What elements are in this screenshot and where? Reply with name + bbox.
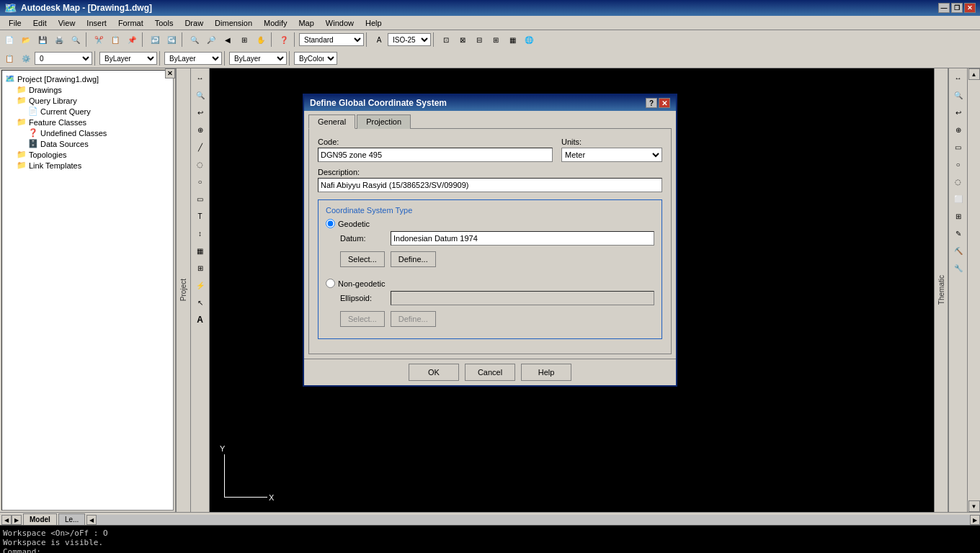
pan-btn[interactable]: ✋ (253, 32, 269, 48)
layer-combo[interactable]: 0 (35, 52, 92, 65)
layer-mgr-btn[interactable]: 📋 (1, 50, 17, 66)
tb-extra-1[interactable]: ⊡ (438, 32, 454, 48)
menu-insert[interactable]: Insert (81, 17, 112, 29)
cut-btn[interactable]: ✂️ (91, 32, 107, 48)
rtb-4[interactable]: ⊕ (950, 122, 966, 138)
redo-btn[interactable]: ↪️ (164, 32, 179, 48)
tb-btn-extra1[interactable]: A (371, 32, 387, 48)
desc-input[interactable] (318, 178, 662, 192)
tree-data-sources[interactable]: 🗄️ Data Sources (5, 138, 170, 149)
ellipsoid-input[interactable] (391, 291, 654, 305)
vtb-hatch[interactable]: ▦ (192, 243, 208, 258)
restore-button[interactable]: ❐ (951, 3, 963, 13)
plot-btn[interactable]: 🖨️ (51, 32, 67, 48)
rtb-9[interactable]: ⊞ (950, 208, 966, 224)
linetype-combo[interactable]: ByLayer (164, 52, 222, 65)
geodetic-select-btn[interactable]: Select... (340, 251, 385, 267)
tree-drawings[interactable]: 📁 Drawings (5, 84, 170, 95)
geodetic-radio[interactable] (326, 219, 335, 228)
menu-modify[interactable]: Modify (258, 17, 293, 29)
layer-props-btn[interactable]: ⚙️ (18, 50, 34, 66)
tab-scroll-left[interactable]: ◀ (1, 515, 12, 525)
save-btn[interactable]: 💾 (35, 32, 50, 48)
style-combo[interactable]: Standard (299, 33, 364, 46)
datum-input[interactable] (391, 231, 654, 246)
dialog-help-footer-btn[interactable]: Help (521, 364, 571, 381)
rtb-6[interactable]: ○ (950, 156, 966, 172)
dialog-ok-btn[interactable]: OK (409, 364, 459, 381)
rtb-11[interactable]: ⛏️ (950, 243, 966, 258)
help-btn[interactable]: ❓ (276, 32, 292, 48)
vtb-a-label[interactable]: A (192, 312, 208, 328)
units-combo[interactable]: Meter Feet Inch (561, 148, 662, 162)
code-input[interactable] (318, 148, 553, 162)
tree-topologies[interactable]: 📁 Topologies (5, 149, 170, 160)
close-button[interactable]: ✕ (964, 3, 976, 13)
rtb-12[interactable]: 🔧 (950, 260, 966, 276)
non-geodetic-select-btn[interactable]: Select... (340, 311, 385, 327)
menu-dimension[interactable]: Dimension (209, 17, 258, 29)
zoom-real-btn[interactable]: ⊞ (236, 32, 252, 48)
vtb-dim[interactable]: ↕ (192, 225, 208, 241)
tree-undefined-classes[interactable]: ❓ Undefined Classes (5, 127, 170, 138)
lweight-combo[interactable]: ByLayer (229, 52, 287, 65)
geodetic-define-btn[interactable]: Define... (391, 251, 436, 267)
tree-project-root[interactable]: 🗺️ Project [Drawing1.dwg] (5, 73, 170, 84)
menu-map[interactable]: Map (293, 17, 319, 29)
menu-help[interactable]: Help (360, 17, 388, 29)
menu-format[interactable]: Format (112, 17, 149, 29)
dialog-help-btn[interactable]: ? (646, 98, 657, 108)
rtb-7[interactable]: ◌ (950, 174, 966, 189)
h-scroll-right[interactable]: ▶ (970, 515, 980, 525)
vtb-zoom[interactable]: 🔍 (192, 87, 208, 103)
tb-extra-3[interactable]: ⊟ (471, 32, 487, 48)
new-btn[interactable]: 📄 (1, 32, 17, 48)
copy-btn[interactable]: 📋 (107, 32, 123, 48)
undo-btn[interactable]: ↩️ (147, 32, 163, 48)
tab-scroll-right[interactable]: ▶ (12, 515, 22, 525)
color-combo[interactable]: ByLayer (99, 52, 157, 65)
tab-layout[interactable]: Le... (58, 513, 85, 525)
non-geodetic-radio[interactable] (326, 279, 335, 288)
zoom-prev-btn[interactable]: ◀ (220, 32, 236, 48)
tree-feature-classes[interactable]: 📁 Feature Classes (5, 117, 170, 127)
zoom-extent-btn[interactable]: 🔍 (187, 32, 202, 48)
menu-window[interactable]: Window (320, 17, 360, 29)
tree-link-templates[interactable]: 📁 Link Templates (5, 160, 170, 171)
vtb-circle[interactable]: ○ (192, 174, 208, 189)
h-scroll-left[interactable]: ◀ (86, 515, 97, 525)
rtb-3[interactable]: ↩ (950, 104, 966, 120)
tb-extra-5[interactable]: ▦ (504, 32, 520, 48)
menu-edit[interactable]: Edit (27, 17, 53, 29)
rtb-8[interactable]: ⬜ (950, 191, 966, 207)
rtb-1[interactable]: ↔ (950, 70, 966, 86)
dialog-tab-general[interactable]: General (308, 114, 355, 129)
tree-query-library[interactable]: 📁 Query Library (5, 95, 170, 106)
menu-view[interactable]: View (53, 17, 81, 29)
textstyle-combo[interactable]: ISO-25 (388, 33, 431, 46)
tb-extra-4[interactable]: ⊞ (488, 32, 504, 48)
menu-file[interactable]: File (3, 17, 27, 29)
rtb-10[interactable]: ✎ (950, 225, 966, 241)
menu-draw[interactable]: Draw (179, 17, 209, 29)
dialog-close-btn[interactable]: ✕ (659, 98, 670, 108)
open-btn[interactable]: 📂 (18, 32, 34, 48)
vtb-block[interactable]: ⊞ (192, 260, 208, 276)
menu-tools[interactable]: Tools (149, 17, 179, 29)
vtb-rect[interactable]: ▭ (192, 191, 208, 207)
vtb-snap[interactable]: ⊕ (192, 122, 208, 138)
non-geodetic-define-btn[interactable]: Define... (391, 311, 436, 327)
vtb-arc[interactable]: ◌ (192, 156, 208, 172)
vtb-line[interactable]: ╱ (192, 139, 208, 155)
vtb-pan[interactable]: ↔ (192, 70, 208, 86)
vtb-select[interactable]: ↖ (192, 295, 208, 310)
close-panel-btn[interactable]: ✕ (165, 68, 175, 78)
paste-btn[interactable]: 📌 (124, 32, 140, 48)
rtb-2[interactable]: 🔍 (950, 87, 966, 103)
tree-current-query[interactable]: 📄 Current Query (5, 106, 170, 117)
dialog-tab-projection[interactable]: Projection (357, 114, 411, 129)
tb-extra-6[interactable]: 🌐 (521, 32, 537, 48)
minimize-button[interactable]: — (938, 3, 950, 13)
vtb-rotate[interactable]: ↩ (192, 104, 208, 120)
vtb-query[interactable]: ⚡ (192, 277, 208, 293)
